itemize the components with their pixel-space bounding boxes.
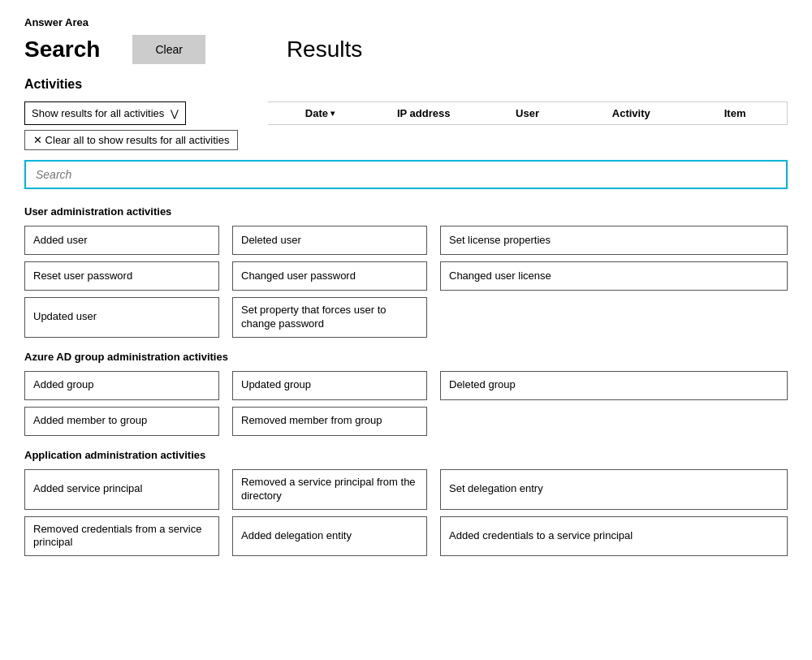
activities-dropdown-label: Show results for all activities (32, 107, 164, 119)
activity-item-added-user[interactable]: Added user (24, 226, 219, 255)
section-title-azure-group: Azure AD group administration activities (24, 351, 788, 363)
section-azure-group: Azure AD group administration activities… (24, 351, 788, 436)
search-heading: Search (24, 37, 100, 63)
chevron-down-icon: ⋁ (171, 108, 179, 119)
activity-item-added-service-principal[interactable]: Added service principal (24, 469, 219, 510)
activity-item-changed-user-license[interactable]: Changed user license (440, 261, 788, 291)
activity-item-updated-group[interactable]: Updated group (232, 371, 427, 400)
section-app-admin: Application administration activitiesAdd… (24, 449, 788, 557)
answer-area-label: Answer Area (24, 16, 788, 28)
col-header-user: User (476, 102, 580, 124)
activity-item-reset-user-password[interactable]: Reset user password (24, 261, 219, 291)
sort-icon: ▾ (330, 109, 335, 118)
activities-dropdown[interactable]: Show results for all activities ⋁ (24, 101, 186, 125)
activity-item-removed-member-from-group[interactable]: Removed member from group (232, 407, 427, 436)
clear-filter-button[interactable]: ✕ Clear all to show results for all acti… (24, 130, 238, 150)
activity-item-added-member-to-group[interactable]: Added member to group (24, 407, 219, 436)
clear-button[interactable]: Clear (132, 35, 205, 64)
activity-item-placeholder-group (440, 407, 788, 436)
activity-item-deleted-group[interactable]: Deleted group (440, 371, 788, 400)
activity-item-deleted-user[interactable]: Deleted user (232, 226, 427, 255)
col-header-item: Item (683, 102, 787, 124)
col-header-ip: IP address (372, 102, 476, 124)
activity-item-added-credentials-service-principal[interactable]: Added credentials to a service principal (440, 516, 788, 557)
col-header-date: Date ▾ (268, 102, 372, 124)
activity-item-added-delegation-entity[interactable]: Added delegation entity (232, 516, 427, 557)
activity-item-set-property-forces[interactable]: Set property that forces user to change … (232, 297, 427, 338)
activities-label: Activities (24, 77, 788, 92)
activity-item-set-delegation-entry[interactable]: Set delegation entry (440, 469, 788, 510)
section-title-app-admin: Application administration activities (24, 449, 788, 461)
search-input[interactable] (24, 160, 788, 189)
activity-item-changed-user-password[interactable]: Changed user password (232, 261, 427, 291)
section-title-user-admin: User administration activities (24, 205, 788, 218)
activity-item-removed-credentials-service-principal[interactable]: Removed credentials from a service princ… (24, 516, 219, 557)
activity-item-removed-service-principal-directory[interactable]: Removed a service principal from the dir… (232, 469, 427, 510)
section-user-admin: User administration activitiesAdded user… (24, 205, 788, 338)
activity-item-updated-user[interactable]: Updated user (24, 297, 219, 338)
col-header-activity: Activity (579, 102, 683, 124)
activity-item-placeholder-user (440, 297, 788, 338)
activity-item-set-license-properties[interactable]: Set license properties (440, 226, 788, 255)
results-heading: Results (287, 37, 362, 63)
activity-item-added-group[interactable]: Added group (24, 371, 219, 400)
